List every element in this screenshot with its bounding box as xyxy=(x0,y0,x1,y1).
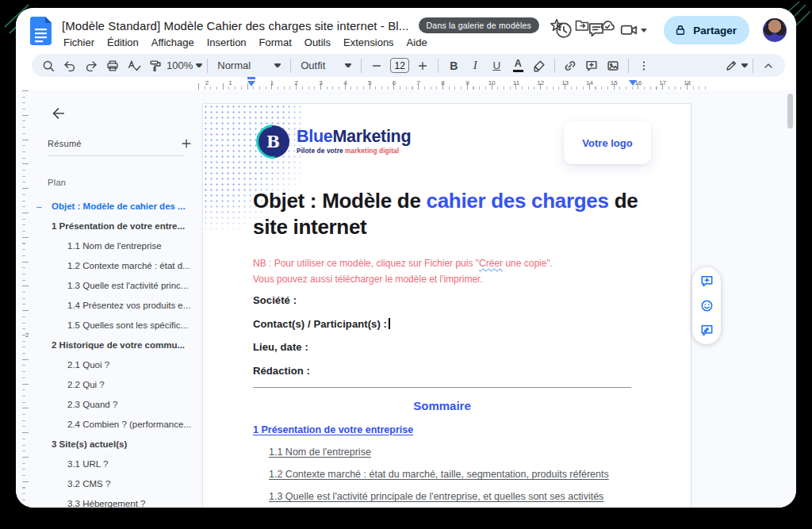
google-docs-window: [Modèle Standard] Modèle Cahier des char… xyxy=(16,8,796,508)
summary-label: Résumé xyxy=(48,139,82,148)
search-menus-button[interactable] xyxy=(38,56,59,75)
table-of-contents: 1 Présentation de votre entreprise1.1 No… xyxy=(253,423,619,508)
italic-button[interactable]: I xyxy=(465,56,485,75)
outline-item[interactable]: 3.2 CMS ? xyxy=(32,473,205,493)
decrease-font-size-button[interactable] xyxy=(366,56,387,75)
document-outline: Objet : Modèle de cahier des ...1 Présen… xyxy=(32,196,205,508)
tagline-accent: marketing digital xyxy=(345,147,399,155)
comments-icon[interactable] xyxy=(587,21,606,40)
toc-link[interactable]: 1.3 Quelle est l'activité principale de … xyxy=(253,489,619,508)
outline-item[interactable]: Objet : Modèle de cahier des ... xyxy=(32,196,205,216)
menu-item[interactable]: Fichier xyxy=(57,35,101,50)
outline-item[interactable]: 1.5 Quelles sont les spécific... xyxy=(32,315,205,335)
emoji-reaction-icon[interactable] xyxy=(699,298,714,314)
menu-item[interactable]: Affichage xyxy=(145,35,201,50)
chevron-down-icon xyxy=(641,29,647,33)
undo-button[interactable] xyxy=(59,56,80,75)
highlight-color-button[interactable] xyxy=(529,56,550,75)
add-comment-icon[interactable] xyxy=(699,274,714,289)
bluemarketing-logo: B BlueMarketing Pilote de votre marketin… xyxy=(257,125,411,158)
outline-sidebar: Résumé Plan Objet : Modèle de cahier des… xyxy=(32,90,205,508)
add-comment-button[interactable] xyxy=(581,56,602,75)
collapse-toolbar-button[interactable] xyxy=(758,56,779,75)
menu-item[interactable]: Format xyxy=(253,35,298,50)
toc-title: Sommaire xyxy=(253,399,631,412)
menu-item[interactable]: Outils xyxy=(298,35,337,50)
first-line-indent-marker[interactable] xyxy=(247,81,255,86)
version-history-icon[interactable] xyxy=(554,21,573,40)
your-logo-placeholder[interactable]: Votre logo xyxy=(564,121,651,164)
chevron-down-icon xyxy=(196,63,202,67)
document-page[interactable]: B BlueMarketing Pilote de votre marketin… xyxy=(202,103,691,508)
insert-link-button[interactable] xyxy=(560,56,580,75)
account-avatar[interactable] xyxy=(763,18,787,42)
template-gallery-badge: Dans la galerie de modèles xyxy=(419,17,539,33)
vertical-scrollbar[interactable] xyxy=(787,94,793,128)
field-lieu-date[interactable]: Lieu, date : xyxy=(253,341,390,353)
template-note: NB : Pour utiliser ce modèle, cliquez su… xyxy=(253,256,649,288)
outline-item[interactable]: 2.3 Quand ? xyxy=(32,394,205,414)
outline-item[interactable]: 2 Historique de votre commu... xyxy=(32,335,205,355)
toolbar-separator xyxy=(438,59,439,73)
vertical-ruler: 2 xyxy=(22,90,32,508)
left-indent-marker[interactable] xyxy=(247,77,255,79)
meet-button[interactable] xyxy=(619,21,647,40)
font-family-select[interactable]: Outfit xyxy=(296,56,356,75)
bold-button[interactable]: B xyxy=(443,56,464,75)
increase-font-size-button[interactable] xyxy=(412,56,433,75)
suggest-edits-icon[interactable] xyxy=(699,323,714,339)
underline-button[interactable]: U xyxy=(486,56,507,75)
horizontal-divider xyxy=(253,387,631,388)
print-button[interactable] xyxy=(102,56,123,75)
toolbar-separator xyxy=(554,59,555,73)
quick-actions-pill xyxy=(692,267,721,344)
text-color-button[interactable]: A xyxy=(508,56,528,75)
outline-item[interactable]: 2.2 Qui ? xyxy=(32,374,205,394)
paragraph-style-select[interactable]: Normal xyxy=(213,56,285,75)
toc-link[interactable]: 1.2 Contexte marché : état du marché, ta… xyxy=(253,467,619,481)
field-contacts[interactable]: Contact(s) / Participant(s) : xyxy=(253,318,390,330)
toolbar-separator xyxy=(290,59,291,73)
menu-item[interactable]: Aide xyxy=(400,35,434,50)
tagline-prefix: Pilote de votre xyxy=(297,147,345,155)
more-options-button[interactable] xyxy=(634,56,654,75)
brand-rest: Marketing xyxy=(332,127,411,146)
redo-button[interactable] xyxy=(81,56,102,75)
share-label: Partager xyxy=(693,25,737,36)
outline-item[interactable]: 1.1 Nom de l'entreprise xyxy=(32,236,205,255)
font-size-input[interactable]: 12 xyxy=(390,58,409,73)
chevron-down-icon xyxy=(274,63,281,67)
field-redaction[interactable]: Rédaction : xyxy=(253,365,390,377)
outline-item[interactable]: 1.4 Présentez vos produits e... xyxy=(32,295,205,315)
outline-item[interactable]: 2.1 Quoi ? xyxy=(32,355,205,374)
share-button[interactable]: Partager xyxy=(664,16,749,44)
document-title[interactable]: [Modèle Standard] Modèle Cahier des char… xyxy=(62,19,409,33)
vertical-ruler-number: 2 xyxy=(25,331,29,339)
outline-item[interactable]: 1.2 Contexte marché : état d... xyxy=(32,255,205,275)
outline-item[interactable]: 3 Site(s) actuel(s) xyxy=(32,434,205,454)
toolbar-separator xyxy=(207,59,208,73)
outline-item[interactable]: 3.3 Hébergement ? xyxy=(32,493,205,508)
right-indent-marker[interactable] xyxy=(629,80,637,86)
chevron-down-icon xyxy=(741,63,748,67)
outline-item[interactable]: 3.1 URL ? xyxy=(32,454,205,473)
outline-item[interactable]: 1.3 Quelle est l'activité princ... xyxy=(32,275,205,295)
menu-item[interactable]: Extensions xyxy=(337,35,400,50)
menu-item[interactable]: Édition xyxy=(101,35,145,50)
pencil-icon xyxy=(725,59,738,72)
toolbar: 100% Normal Outfit 12 B I U A xyxy=(32,54,785,77)
paint-format-button[interactable] xyxy=(145,56,166,75)
horizontal-ruler[interactable]: 21123456789101112131415161718 xyxy=(198,79,722,90)
spellcheck-button[interactable] xyxy=(124,56,144,75)
toc-link[interactable]: 1 Présentation de votre entreprise xyxy=(253,423,619,437)
field-societe[interactable]: Société : xyxy=(253,294,390,306)
zoom-select[interactable]: 100% xyxy=(167,56,202,75)
outline-item[interactable]: 1 Présentation de votre entre... xyxy=(32,216,205,236)
insert-image-button[interactable] xyxy=(603,56,623,75)
menu-item[interactable]: Insertion xyxy=(201,35,253,50)
outline-item[interactable]: 2.4 Combien ? (performance... xyxy=(32,414,205,434)
editing-mode-select[interactable] xyxy=(725,56,748,75)
toc-link[interactable]: 1.1 Nom de l'entreprise xyxy=(253,445,619,459)
close-outline-button[interactable] xyxy=(48,103,68,124)
google-docs-icon[interactable] xyxy=(30,17,52,45)
